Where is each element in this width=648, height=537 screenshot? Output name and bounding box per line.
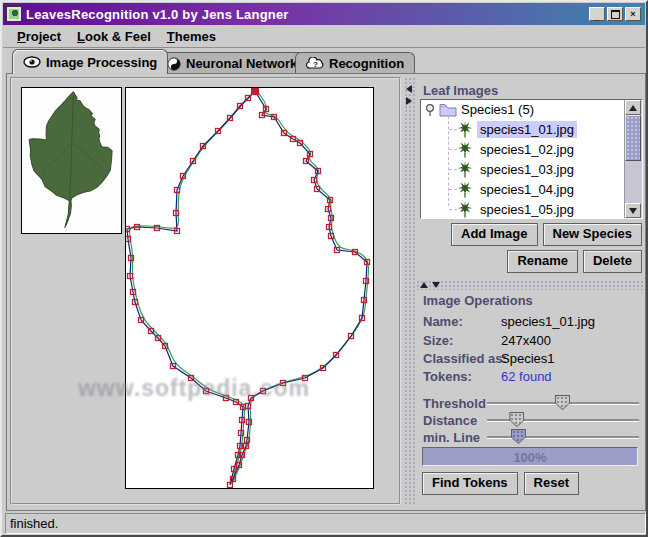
vertical-splitter[interactable] [404,77,415,505]
tokens-value: 62 found [501,369,552,384]
tab-neuronal-network[interactable]: Neuronal Network [156,52,308,74]
slider-track[interactable] [487,436,639,438]
right-panel: Leaf Images Species1 (5) [416,77,644,505]
folder-icon [439,103,457,117]
tree-item-label: species1_02.jpg [477,141,577,158]
field-size: Size: 247x400 [423,333,638,350]
rename-button[interactable]: Rename [507,250,578,273]
tab-bar: Image Processing Neuronal Network ? Reco… [4,49,648,74]
min-line-slider[interactable]: min. Line [423,429,639,446]
token-canvas[interactable] [125,87,374,489]
leaf-thumbnail [21,87,122,234]
splitter-collapse-right-icon[interactable] [406,97,412,105]
leaf-icon [457,141,473,158]
field-tokens: Tokens: 62 found [423,369,638,386]
delete-button[interactable]: Delete [583,250,642,273]
slider-thumb[interactable] [511,429,526,444]
progress-label: 100% [423,450,637,465]
splitter-collapse-up-icon[interactable] [420,282,428,288]
status-text: finished. [10,516,58,531]
scroll-up-icon[interactable] [625,100,641,115]
name-value: species1_01.jpg [501,314,595,329]
menu-themes[interactable]: Themes [159,27,224,46]
tree-item-species1-04[interactable]: species1_04.jpg [421,179,625,199]
progress-bar: 100% [422,447,638,466]
minimize-button[interactable]: _ [589,7,605,21]
image-view-panel: www.softpedia.com [10,77,401,505]
add-image-button[interactable]: Add Image [451,223,537,246]
tree-item-species1-01[interactable]: species1_01.jpg [421,119,625,139]
tree-item-label: species1_01.jpg [477,121,577,138]
leaf-images-title: Leaf Images [423,83,498,98]
question-cloud-icon: ? [306,57,324,70]
leaf-icon [457,121,473,138]
reset-button[interactable]: Reset [524,472,579,495]
species-tree[interactable]: Species1 (5) species1_01.jpg [420,99,643,219]
scroll-down-icon[interactable] [625,203,641,218]
menu-bar: Project Look & Feel Themes [3,25,645,48]
slider-track[interactable] [487,402,639,404]
leaf-icon [457,201,473,218]
tree-item-species1-05[interactable]: species1_05.jpg [421,199,625,219]
find-tokens-button[interactable]: Find Tokens [422,472,518,495]
tree-item-label: species1_03.jpg [477,161,577,178]
tab-image-processing[interactable]: Image Processing [12,49,168,74]
field-classified: Classified as: Species1 [423,351,638,368]
slider-track[interactable] [487,419,639,421]
splitter-collapse-down-icon[interactable] [432,282,440,288]
slider-thumb[interactable] [509,412,524,427]
leaf-icon [457,161,473,178]
tree-item-species1-02[interactable]: species1_02.jpg [421,139,625,159]
tree-item-species1-03[interactable]: species1_03.jpg [421,159,625,179]
close-button[interactable]: × [625,7,641,21]
classified-value: Species1 [501,351,554,366]
svg-text:?: ? [313,60,318,69]
image-operations-title: Image Operations [423,293,533,308]
app-icon [6,6,22,22]
window-title: LeavesRecognition v1.0 by Jens Langner [26,7,289,22]
tab-recognition[interactable]: ? Recognition [295,52,415,74]
status-bar: finished. [5,513,646,534]
threshold-slider[interactable]: Threshold [423,395,639,412]
tab-label: Image Processing [46,55,157,70]
tree-root-label: Species1 (5) [461,102,534,117]
scrollbar-thumb[interactable] [625,115,641,161]
new-species-button[interactable]: New Species [543,223,643,246]
menu-project[interactable]: Project [9,27,69,46]
tab-label: Neuronal Network [186,56,297,71]
eye-icon [23,56,41,68]
tree-root-species1[interactable]: Species1 (5) [421,100,625,119]
application-window: LeavesRecognition v1.0 by Jens Langner _… [0,0,648,537]
tree-scrollbar[interactable] [624,100,642,218]
leaf-icon [457,181,473,198]
size-value: 247x400 [501,333,551,348]
field-name: Name: species1_01.jpg [423,314,638,331]
tree-item-label: species1_04.jpg [477,181,577,198]
tab-label: Recognition [329,56,404,71]
title-bar[interactable]: LeavesRecognition v1.0 by Jens Langner _… [3,3,645,25]
horizontal-splitter[interactable] [416,280,644,290]
slider-thumb[interactable] [555,395,570,410]
splitter-collapse-left-icon[interactable] [406,85,412,93]
distance-slider[interactable]: Distance [423,412,639,429]
maximize-button[interactable] [607,7,623,21]
tree-expand-handle-icon[interactable] [425,103,435,117]
menu-look-and-feel[interactable]: Look & Feel [69,27,159,46]
yin-yang-icon [167,57,181,71]
tree-item-label: species1_05.jpg [477,201,577,218]
image-processing-panel: www.softpedia.com Leaf Images [6,73,646,511]
